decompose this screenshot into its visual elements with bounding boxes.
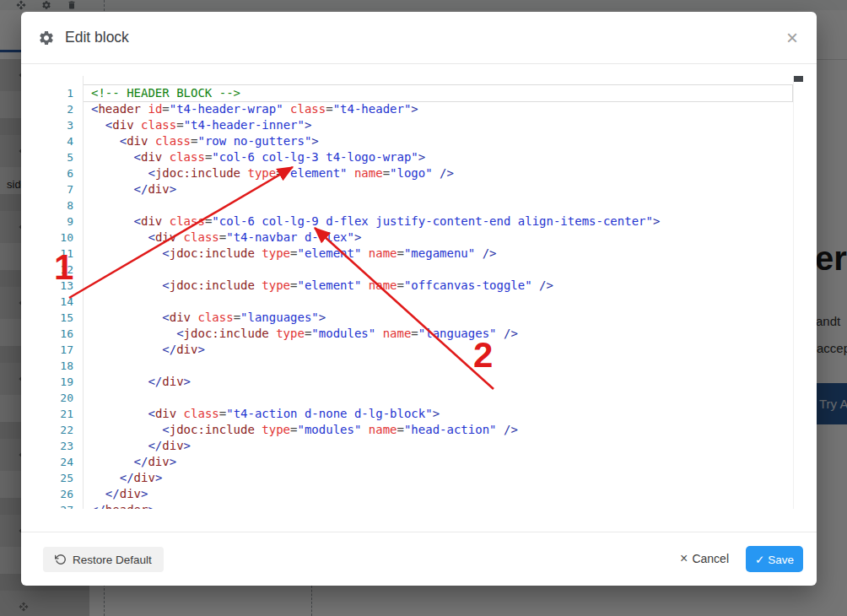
line-number: 26 — [51, 486, 83, 502]
code-text — [83, 197, 98, 213]
code-line: 15 <div class="languages"> — [51, 310, 793, 326]
line-number: 27 — [51, 502, 83, 509]
code-editor[interactable]: 1<!-- HEADER BLOCK -->2<header id="t4-he… — [51, 76, 804, 509]
line-number: 2 — [51, 101, 83, 117]
code-lines: 1<!-- HEADER BLOCK -->2<header id="t4-he… — [51, 85, 793, 509]
line-number: 23 — [51, 438, 83, 454]
code-line: 27</header> — [51, 502, 793, 509]
code-text: <div class="languages"> — [83, 310, 326, 326]
line-number: 5 — [51, 149, 83, 165]
code-line: 22 <jdoc:include type="modules" name="he… — [51, 422, 793, 438]
line-number: 24 — [51, 454, 83, 470]
dialog-header: Edit block × — [21, 12, 817, 64]
code-line: 21 <div class="t4-action d-none d-lg-blo… — [51, 406, 793, 422]
code-line: 6 <jdoc:include type="element" name="log… — [51, 165, 793, 181]
code-line: 3 <div class="t4-header-inner"> — [51, 117, 793, 133]
code-text: <div class="t4-action d-none d-lg-block"… — [83, 406, 440, 422]
code-line: 13 <jdoc:include type="element" name="of… — [51, 278, 793, 294]
line-number: 3 — [51, 117, 83, 133]
line-number: 25 — [51, 470, 83, 486]
code-text: <div class="col-6 col-lg-3 t4-logo-wrap"… — [83, 149, 425, 165]
dialog-title: Edit block — [65, 29, 129, 46]
code-line: 24 </div> — [51, 454, 793, 470]
code-text — [83, 390, 98, 406]
code-text: <div class="t4-header-inner"> — [83, 117, 311, 133]
code-line: 9 <div class="col-6 col-lg-9 d-flex just… — [51, 213, 793, 230]
line-number: 18 — [51, 358, 83, 374]
cancel-label: Cancel — [692, 552, 729, 565]
code-text: <div class="row no-gutters"> — [83, 133, 319, 149]
line-number: 8 — [51, 197, 83, 213]
cancel-button[interactable]: × Cancel — [680, 551, 729, 566]
code-text: </div> — [83, 470, 162, 486]
code-line: 17 </div> — [51, 342, 793, 358]
gutter-divider — [83, 76, 84, 509]
code-text: <div class="col-6 col-lg-9 d-flex justif… — [83, 213, 660, 230]
save-check-icon: ✓ — [755, 554, 764, 566]
line-number: 12 — [51, 262, 83, 278]
code-line: 20 — [51, 390, 793, 406]
line-number: 14 — [51, 294, 83, 310]
restore-icon — [55, 554, 67, 565]
code-line: 26 </div> — [51, 486, 793, 502]
line-number: 9 — [51, 213, 83, 230]
code-text: </div> — [83, 486, 148, 502]
code-text: <jdoc:include type="modules" name="langu… — [83, 326, 518, 342]
code-line: 7 </div> — [51, 181, 793, 197]
save-label: Save — [768, 554, 794, 566]
code-line: 12 — [51, 262, 793, 278]
line-number: 7 — [51, 181, 83, 197]
line-number: 10 — [51, 230, 83, 246]
code-text: </div> — [83, 181, 176, 197]
line-number: 17 — [51, 342, 83, 358]
line-number: 15 — [51, 310, 83, 326]
cancel-x-icon: × — [680, 551, 688, 566]
code-line: 1<!-- HEADER BLOCK --> — [51, 85, 793, 101]
line-number: 1 — [51, 85, 83, 101]
code-text: <jdoc:include type="element" name="offca… — [83, 278, 553, 294]
code-line: 8 — [51, 197, 793, 213]
code-text: <div class="t4-navbar d-flex"> — [83, 230, 361, 246]
code-text: </header> — [83, 502, 155, 509]
restore-default-button[interactable]: Restore Default — [43, 547, 164, 572]
code-line: 10 <div class="t4-navbar d-flex"> — [51, 230, 793, 246]
scrollbar-thumb[interactable] — [794, 76, 803, 82]
line-number: 11 — [51, 246, 83, 262]
line-number: 13 — [51, 278, 83, 294]
code-line: 5 <div class="col-6 col-lg-3 t4-logo-wra… — [51, 149, 793, 165]
edit-block-dialog: Edit block × 1<!-- HEADER BLOCK -->2<hea… — [21, 12, 817, 586]
code-text: <jdoc:include type="element" name="megam… — [83, 246, 497, 262]
code-line: 14 — [51, 294, 793, 310]
code-line: 11 <jdoc:include type="element" name="me… — [51, 246, 793, 262]
line-number: 4 — [51, 133, 83, 149]
line-number: 6 — [51, 165, 83, 181]
line-number: 22 — [51, 422, 83, 438]
code-line: 19 </div> — [51, 374, 793, 390]
code-text: </div> — [83, 454, 176, 470]
close-icon[interactable]: × — [786, 25, 798, 51]
code-text: <!-- HEADER BLOCK --> — [83, 85, 240, 101]
code-line: 23 </div> — [51, 438, 793, 454]
line-number: 21 — [51, 406, 83, 422]
code-text: </div> — [83, 342, 205, 358]
code-text — [83, 262, 98, 278]
code-text: <jdoc:include type="modules" name="head-… — [83, 422, 518, 438]
code-text — [83, 294, 98, 310]
code-text: <jdoc:include type="element" name="logo"… — [83, 165, 454, 181]
code-text: </div> — [83, 374, 191, 390]
code-line: 25 </div> — [51, 470, 793, 486]
editor-scrollbar[interactable] — [793, 76, 804, 509]
code-line: 18 — [51, 358, 793, 374]
line-number: 16 — [51, 326, 83, 342]
save-button[interactable]: ✓ Save — [746, 546, 803, 572]
gear-icon — [38, 30, 55, 46]
code-line: 4 <div class="row no-gutters"> — [51, 133, 793, 149]
line-number: 20 — [51, 390, 83, 406]
code-line: 2<header id="t4-header-wrap" class="t4-h… — [51, 101, 793, 117]
code-text — [83, 358, 98, 374]
restore-default-label: Restore Default — [73, 554, 152, 566]
line-number: 19 — [51, 374, 83, 390]
dialog-footer: Restore Default × Cancel ✓ Save — [21, 532, 817, 586]
code-text: </div> — [83, 438, 191, 454]
code-line: 16 <jdoc:include type="modules" name="la… — [51, 326, 793, 342]
